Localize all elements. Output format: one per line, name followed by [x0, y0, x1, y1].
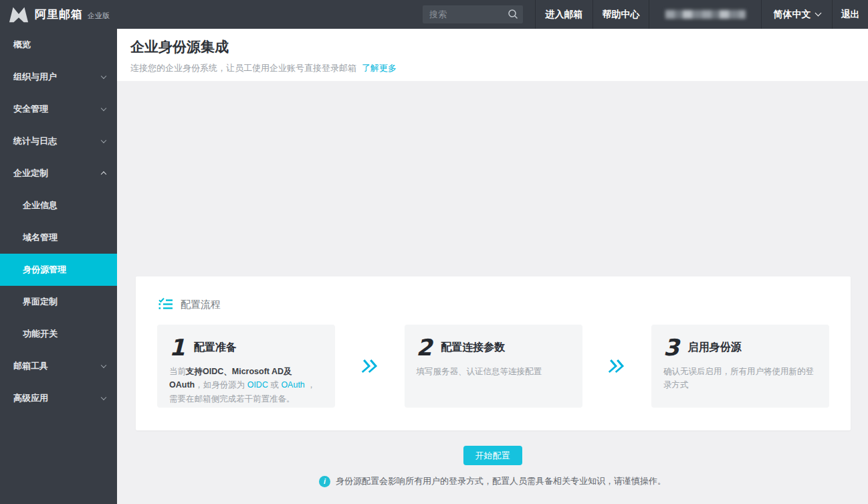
- main-content: 企业身份源集成 连接您的企业身份系统，让员工使用企业账号直接登录邮箱了解更多 配…: [117, 29, 868, 504]
- page-title: 企业身份源集成: [130, 37, 868, 56]
- sidebar-item-enterprise-custom[interactable]: 企业定制: [0, 157, 117, 189]
- chevron-up-icon: [101, 171, 106, 177]
- learn-more-link[interactable]: 了解更多: [362, 63, 397, 73]
- step-3-box: 3 启用身份源 确认无误后启用，所有用户将使用新的登录方式: [651, 325, 829, 408]
- logout-link[interactable]: 退出: [832, 0, 868, 29]
- sidebar-item-label: 企业信息: [23, 199, 58, 212]
- account-menu[interactable]: [649, 0, 761, 29]
- step-1-heading: 1 配置准备: [169, 335, 324, 359]
- brand-edition: 企业版: [88, 11, 110, 21]
- sidebar-item-label: 邮箱工具: [13, 360, 48, 372]
- sidebar-item-label: 企业定制: [13, 167, 48, 179]
- logout-label: 退出: [841, 9, 860, 21]
- card-header-label: 配置流程: [181, 299, 221, 311]
- sidebar-item-label: 组织与用户: [13, 71, 57, 83]
- page-header: 企业身份源集成 连接您的企业身份系统，让员工使用企业账号直接登录邮箱了解更多: [117, 29, 868, 81]
- language-select[interactable]: 简体中文: [761, 0, 832, 29]
- sidebar-item-feature-switch[interactable]: 功能开关: [0, 318, 117, 350]
- step-3-heading: 3 启用身份源: [663, 335, 818, 359]
- step-1-body: 当前支持OIDC、Microsoft AD及OAuth，如身份源为 OIDC 或…: [169, 365, 324, 406]
- enter-mail-link[interactable]: 进入邮箱: [535, 0, 592, 29]
- notice-bar: i 身份源配置会影响所有用户的登录方式，配置人员需具备相关专业知识，请谨慎操作。: [117, 475, 868, 487]
- enter-mail-label: 进入邮箱: [546, 9, 583, 21]
- chevron-down-icon: [101, 74, 106, 79]
- oauth-link[interactable]: OAuth: [281, 380, 304, 390]
- help-center-link[interactable]: 帮助中心: [592, 0, 649, 29]
- step-arrow-icon: [582, 325, 652, 408]
- step-body-text: 或: [268, 380, 281, 390]
- step-number: 1: [169, 335, 185, 359]
- chevron-down-icon: [101, 363, 106, 368]
- top-bar: 阿里邮箱 企业版 进入邮箱 帮助中心 简体中文 退出: [0, 0, 868, 29]
- page-subtitle: 连接您的企业身份系统，让员工使用企业账号直接登录邮箱了解更多: [130, 62, 868, 74]
- sidebar-item-overview[interactable]: 概览: [0, 29, 117, 61]
- sidebar-item-org-users[interactable]: 组织与用户: [0, 61, 117, 93]
- step-2-body: 填写服务器、认证信息等连接配置: [417, 365, 571, 378]
- sidebar-item-label: 界面定制: [23, 296, 58, 308]
- language-label: 简体中文: [774, 9, 811, 21]
- top-nav: 进入邮箱 帮助中心 简体中文 退出: [535, 0, 868, 29]
- step-1-box: 1 配置准备 当前支持OIDC、Microsoft AD及OAuth，如身份源为…: [157, 325, 335, 408]
- chevron-down-icon: [101, 106, 106, 111]
- account-name-redacted: [665, 10, 746, 19]
- sidebar-item-mail-tools[interactable]: 邮箱工具: [0, 350, 117, 382]
- sidebar-item-label: 统计与日志: [13, 135, 57, 147]
- chevron-down-icon: [101, 138, 106, 143]
- step-number: 3: [663, 335, 679, 359]
- step-number: 2: [417, 335, 433, 359]
- sidebar-item-label: 概览: [13, 39, 31, 51]
- step-arrow-icon: [335, 325, 405, 408]
- sidebar: 概览 组织与用户 安全管理 统计与日志 企业定制 企业信息 域名管理 身份源管理…: [0, 29, 117, 504]
- sidebar-item-label: 身份源管理: [23, 264, 66, 276]
- sidebar-item-advanced-apps[interactable]: 高级应用: [0, 382, 117, 414]
- sidebar-item-label: 域名管理: [23, 232, 58, 244]
- sidebar-item-identity-source[interactable]: 身份源管理: [0, 254, 117, 286]
- step-title: 启用身份源: [688, 341, 742, 355]
- brand-name: 阿里邮箱: [35, 7, 83, 22]
- start-config-button[interactable]: 开始配置: [463, 446, 522, 465]
- app-logo: 阿里邮箱 企业版: [9, 0, 110, 29]
- alimail-logo-icon: [9, 7, 29, 23]
- chevron-down-icon: [101, 395, 106, 400]
- search-icon[interactable]: [508, 9, 518, 22]
- step-title: 配置连接参数: [441, 341, 505, 355]
- step-body-text: 当前: [169, 367, 186, 376]
- steps-row: 1 配置准备 当前支持OIDC、Microsoft AD及OAuth，如身份源为…: [136, 311, 851, 408]
- sidebar-item-ui-custom[interactable]: 界面定制: [0, 286, 117, 318]
- sidebar-item-stats-logs[interactable]: 统计与日志: [0, 125, 117, 157]
- info-icon: i: [319, 476, 330, 487]
- step-body-text: ，如身份源为: [195, 380, 247, 390]
- sidebar-item-security[interactable]: 安全管理: [0, 93, 117, 125]
- card-header: 配置流程: [136, 276, 851, 311]
- sidebar-item-label: 安全管理: [13, 103, 48, 115]
- checklist-icon: [158, 298, 173, 313]
- oidc-link[interactable]: OIDC: [247, 380, 268, 390]
- chevron-down-icon: [815, 10, 821, 17]
- step-2-heading: 2 配置连接参数: [417, 335, 571, 359]
- sidebar-item-label: 高级应用: [13, 392, 48, 404]
- sidebar-item-enterprise-info[interactable]: 企业信息: [0, 189, 117, 222]
- notice-text: 身份源配置会影响所有用户的登录方式，配置人员需具备相关专业知识，请谨慎操作。: [336, 475, 666, 487]
- step-2-box: 2 配置连接参数 填写服务器、认证信息等连接配置: [405, 325, 582, 408]
- sidebar-item-label: 功能开关: [23, 328, 58, 340]
- sidebar-item-domain-management[interactable]: 域名管理: [0, 222, 117, 254]
- config-flow-card: 配置流程 1 配置准备 当前支持OIDC、Microsoft AD及OAuth，…: [136, 276, 851, 430]
- page-subtitle-text: 连接您的企业身份系统，让员工使用企业账号直接登录邮箱: [130, 63, 356, 73]
- search-box: [423, 5, 523, 23]
- help-center-label: 帮助中心: [603, 9, 640, 21]
- step-3-body: 确认无误后启用，所有用户将使用新的登录方式: [663, 365, 818, 392]
- step-title: 配置准备: [194, 341, 237, 355]
